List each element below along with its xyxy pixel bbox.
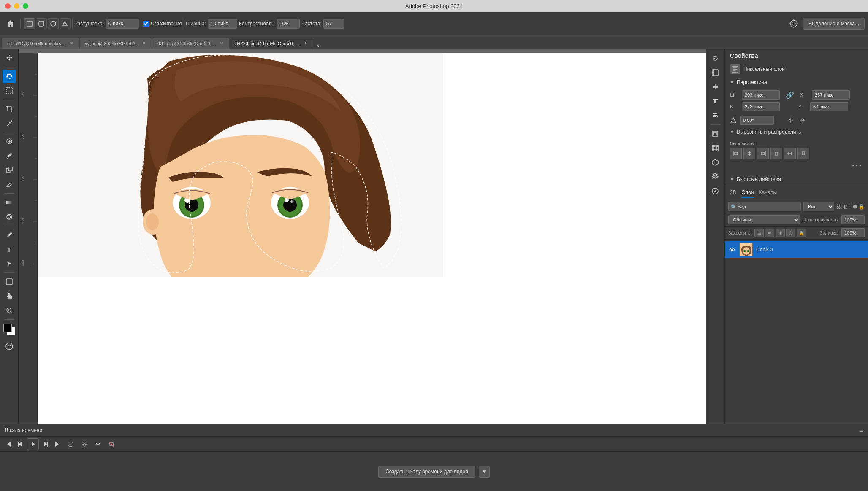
minimize-button[interactable] xyxy=(14,3,19,9)
timeline-menu-icon[interactable]: ≡ xyxy=(859,426,863,434)
type-tool-mid[interactable] xyxy=(708,94,722,108)
tab-3-close[interactable]: ✕ xyxy=(219,40,224,46)
layer-shape-icon[interactable]: ⬟ xyxy=(853,204,857,210)
pen-tool[interactable] xyxy=(3,228,16,242)
opacity-input[interactable] xyxy=(841,215,865,224)
layers-search-input[interactable] xyxy=(728,202,801,211)
go-start-btn[interactable] xyxy=(3,439,14,449)
frequency-input[interactable] xyxy=(323,19,344,29)
align-header[interactable]: ▼ Выровнять и распределить xyxy=(725,127,868,138)
align-top-btn[interactable] xyxy=(770,148,782,159)
tab-4-close[interactable]: ✕ xyxy=(304,40,309,46)
width-prop-input[interactable] xyxy=(742,90,780,100)
text-tool[interactable]: T xyxy=(3,243,16,256)
tab-1[interactable]: n-BfWDyQ10uMk-unsplash.jpg ✕ xyxy=(2,38,79,49)
paragraph-tool[interactable] xyxy=(708,109,722,122)
history-brush-tool[interactable] xyxy=(708,51,722,65)
next-frame-btn[interactable] xyxy=(41,439,51,449)
tab-1-close[interactable]: ✕ xyxy=(69,40,74,46)
home-button[interactable] xyxy=(3,17,17,30)
layers-filter-dropdown[interactable]: Вид xyxy=(803,202,834,211)
layer-item-0[interactable]: Слой 0 xyxy=(725,241,868,258)
create-timeline-btn[interactable]: Создать шкалу времени для видео xyxy=(378,466,475,478)
clone-tool[interactable] xyxy=(3,163,16,177)
align-center-h-btn[interactable] xyxy=(743,148,755,159)
align-left-btn[interactable] xyxy=(730,148,742,159)
smoothing-check[interactable] xyxy=(143,21,149,27)
lock-artboard-btn[interactable]: ⬡ xyxy=(786,229,795,237)
layer-adjust-icon[interactable]: ◐ xyxy=(843,204,847,210)
rastushevka-input[interactable] xyxy=(106,19,139,29)
chain-link-icon[interactable]: 🔗 xyxy=(783,92,797,99)
canvas-document[interactable] xyxy=(38,53,706,470)
gradient-tool[interactable] xyxy=(3,196,16,209)
rectangle-select-btn[interactable] xyxy=(24,18,35,29)
tab-3d[interactable]: 3D xyxy=(730,188,736,198)
window-controls[interactable] xyxy=(5,3,28,9)
tab-2-close[interactable]: ✕ xyxy=(141,40,146,46)
fill-input[interactable] xyxy=(841,228,865,237)
tab-overflow-button[interactable]: » xyxy=(314,43,322,49)
hand-tool[interactable] xyxy=(3,289,16,303)
mute-btn[interactable] xyxy=(106,439,117,449)
layers-panel-btn[interactable] xyxy=(708,170,722,183)
rounded-select-btn[interactable] xyxy=(36,18,47,29)
shape-tool[interactable] xyxy=(3,275,16,289)
layer-lock-icon[interactable]: 🔒 xyxy=(858,204,865,210)
align-right-btn[interactable] xyxy=(757,148,769,159)
selection-mask-button[interactable]: Выделение и маска... xyxy=(803,18,865,30)
freehand-select-btn[interactable] xyxy=(60,18,71,29)
tab-3[interactable]: 430.jpg @ 205% (Слой 0, R... ✕ xyxy=(152,38,230,49)
close-button[interactable] xyxy=(5,3,11,9)
tab-layers[interactable]: Слои xyxy=(741,188,754,198)
3d-material-tool[interactable] xyxy=(708,156,722,169)
layer-text-icon[interactable]: T xyxy=(849,204,852,210)
lock-brush-btn[interactable]: ✏ xyxy=(765,229,774,237)
perspective-header[interactable]: ▼ Перспектива xyxy=(725,77,868,88)
smart-object-tool[interactable] xyxy=(708,127,722,140)
loop-btn[interactable] xyxy=(66,439,76,449)
blend-mode-select[interactable]: Обычные xyxy=(728,215,800,224)
lock-pixel-btn[interactable]: ⊞ xyxy=(754,229,764,237)
layer-pixel-icon[interactable]: 🖼 xyxy=(837,204,842,210)
width-input[interactable] xyxy=(208,19,237,29)
trim-btn[interactable] xyxy=(93,439,103,449)
canvas-container[interactable]: 100 200 300 400 xyxy=(19,49,706,476)
marquee-tool[interactable] xyxy=(3,84,16,97)
zoom-tool[interactable] xyxy=(3,304,16,317)
color-preview[interactable] xyxy=(3,324,15,335)
timeline-options-btn[interactable]: ▼ xyxy=(479,466,490,478)
prev-frame-btn[interactable] xyxy=(15,439,25,449)
eraser-tool[interactable] xyxy=(3,178,16,191)
eyedropper-tool[interactable] xyxy=(3,116,16,130)
more-align-btn[interactable]: • • • xyxy=(730,161,863,170)
lock-move-btn[interactable]: ✛ xyxy=(776,229,785,237)
brush-tool[interactable] xyxy=(3,149,16,162)
tab-2[interactable]: yy.jpg @ 203% (RGB/8#... ✕ xyxy=(79,38,152,49)
foreground-color[interactable] xyxy=(3,324,12,332)
quick-mask-tool[interactable] xyxy=(3,340,16,353)
blur-tool[interactable] xyxy=(3,210,16,224)
tab-channels[interactable]: Каналы xyxy=(759,188,777,198)
smoothing-checkbox[interactable]: Сглаживание xyxy=(143,21,182,27)
lock-all-btn[interactable]: 🔒 xyxy=(797,229,806,237)
settings-btn[interactable] xyxy=(79,439,90,449)
quick-actions-header[interactable]: ▼ Быстрые действия xyxy=(725,174,868,185)
y-prop-input[interactable] xyxy=(810,102,848,111)
adjustment-tool[interactable] xyxy=(708,80,722,94)
frame-tool[interactable] xyxy=(708,141,722,155)
mask-panel-btn[interactable] xyxy=(708,184,722,198)
contrast-input[interactable] xyxy=(277,19,300,29)
tab-4[interactable]: 34223.jpg @ 653% (Слой 0, RGB/8#) * ✕ xyxy=(230,38,314,49)
go-end-btn[interactable] xyxy=(52,439,62,449)
align-bottom-btn[interactable] xyxy=(797,148,809,159)
lasso-tool[interactable] xyxy=(3,70,16,83)
path-select-tool[interactable] xyxy=(3,257,16,270)
play-btn[interactable] xyxy=(27,438,39,450)
layer-visibility-0[interactable] xyxy=(728,246,736,254)
crop-tool[interactable] xyxy=(3,102,16,116)
properties-panel-toggle[interactable] xyxy=(708,66,722,79)
maximize-button[interactable] xyxy=(23,3,28,9)
move-tool[interactable] xyxy=(3,51,16,65)
x-prop-input[interactable] xyxy=(812,90,850,100)
